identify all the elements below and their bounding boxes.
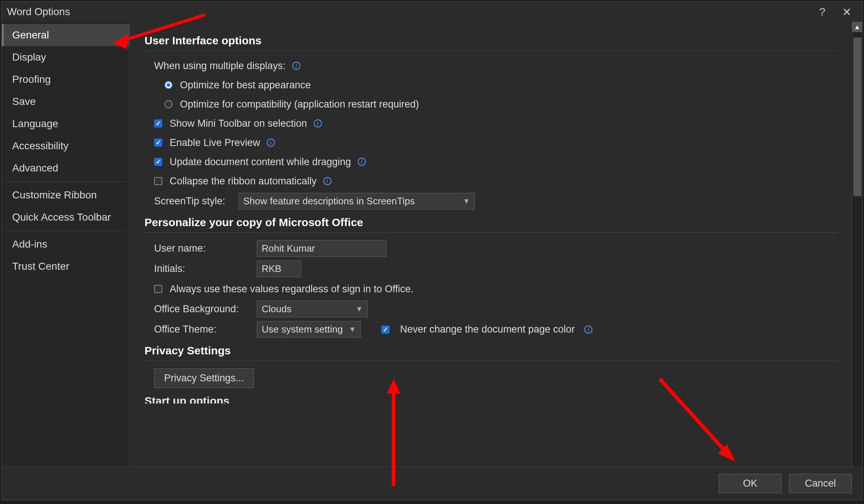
sidebar-item-general[interactable]: General <box>2 24 129 46</box>
sidebar-item-quick-access[interactable]: Quick Access Toolbar <box>2 206 129 228</box>
section-ui-heading: User Interface options <box>144 34 837 51</box>
neverchange-label: Never change the document page color <box>400 324 575 335</box>
dropdown-screentip-style[interactable]: Show feature descriptions in ScreenTips … <box>238 193 475 210</box>
sidebar-item-proofing[interactable]: Proofing <box>2 68 129 91</box>
chevron-down-icon: ▼ <box>349 325 356 334</box>
sidebar-item-customize-ribbon[interactable]: Customize Ribbon <box>2 184 129 206</box>
dialog-footer: OK Cancel <box>2 467 862 500</box>
radio-appearance-label: Optimize for best appearance <box>180 79 311 91</box>
collapseribbon-label: Collapse the ribbon automatically <box>170 176 317 187</box>
sidebar-item-language[interactable]: Language <box>2 113 129 135</box>
dialog-title: Word Options <box>7 6 70 18</box>
chevron-down-icon: ▼ <box>463 197 470 205</box>
sidebar-item-advanced[interactable]: Advanced <box>2 157 129 179</box>
username-input[interactable] <box>257 240 387 257</box>
options-content: User Interface options When using multip… <box>130 22 852 500</box>
options-sidebar: General Display Proofing Save Language A… <box>2 22 130 500</box>
vertical-scrollbar[interactable]: ▲ ▼ <box>852 22 862 500</box>
cancel-button[interactable]: Cancel <box>789 474 852 493</box>
radio-compat-label: Optimize for compatibility (application … <box>180 99 419 110</box>
background-value: Clouds <box>262 303 292 315</box>
info-icon[interactable]: i <box>584 326 592 334</box>
sidebar-item-trustcenter[interactable]: Trust Center <box>2 255 129 277</box>
info-icon[interactable]: i <box>292 62 300 70</box>
sidebar-item-display[interactable]: Display <box>2 46 129 68</box>
info-icon[interactable]: i <box>323 177 331 185</box>
scroll-thumb[interactable] <box>853 37 861 196</box>
section-personalize-heading: Personalize your copy of Microsoft Offic… <box>144 216 837 233</box>
updatecontent-label: Update document content while dragging <box>170 156 351 168</box>
info-icon[interactable]: i <box>358 158 366 166</box>
screentip-value: Show feature descriptions in ScreenTips <box>243 195 415 207</box>
checkbox-always-use[interactable] <box>154 285 162 293</box>
close-button[interactable]: ✕ <box>836 4 857 20</box>
checkbox-collapseribbon[interactable] <box>154 177 162 185</box>
section-privacy-heading: Privacy Settings <box>144 344 837 361</box>
sidebar-item-accessibility[interactable]: Accessibility <box>2 135 129 157</box>
background-label: Office Background: <box>154 303 250 315</box>
checkbox-updatecontent[interactable] <box>154 158 162 166</box>
section-startup-heading: Start up options <box>144 395 837 403</box>
titlebar: Word Options ? ✕ <box>2 2 862 22</box>
sidebar-item-addins[interactable]: Add-ins <box>2 233 129 255</box>
initials-input[interactable] <box>257 260 301 277</box>
minitoolbar-label: Show Mini Toolbar on selection <box>170 118 307 129</box>
dropdown-office-theme[interactable]: Use system setting ▼ <box>257 321 361 338</box>
info-icon[interactable]: i <box>314 119 322 127</box>
info-icon[interactable]: i <box>267 139 275 147</box>
theme-value: Use system setting <box>262 324 343 335</box>
word-options-dialog: Word Options ? ✕ General Display Proofin… <box>1 1 863 500</box>
scroll-up-arrow[interactable]: ▲ <box>852 22 863 32</box>
dropdown-office-background[interactable]: Clouds ▼ <box>257 301 368 317</box>
radio-best-appearance[interactable] <box>164 81 173 89</box>
screentip-label: ScreenTip style: <box>154 195 232 207</box>
ok-button[interactable]: OK <box>719 474 782 493</box>
privacy-settings-button[interactable]: Privacy Settings... <box>154 368 254 388</box>
livepreview-label: Enable Live Preview <box>170 137 260 149</box>
chevron-down-icon: ▼ <box>356 305 363 313</box>
scroll-track[interactable] <box>852 32 863 490</box>
multidisplay-label: When using multiple displays: <box>154 60 286 72</box>
always-label: Always use these values regardless of si… <box>170 283 414 295</box>
checkbox-minitoolbar[interactable] <box>154 119 162 127</box>
help-button[interactable]: ? <box>812 4 833 20</box>
theme-label: Office Theme: <box>154 324 250 335</box>
checkbox-never-change-pagecolor[interactable] <box>381 326 390 334</box>
checkbox-livepreview[interactable] <box>154 139 162 147</box>
initials-label: Initials: <box>154 263 250 275</box>
username-label: User name: <box>154 243 250 254</box>
sidebar-item-save[interactable]: Save <box>2 91 129 113</box>
radio-compatibility[interactable] <box>164 100 173 108</box>
